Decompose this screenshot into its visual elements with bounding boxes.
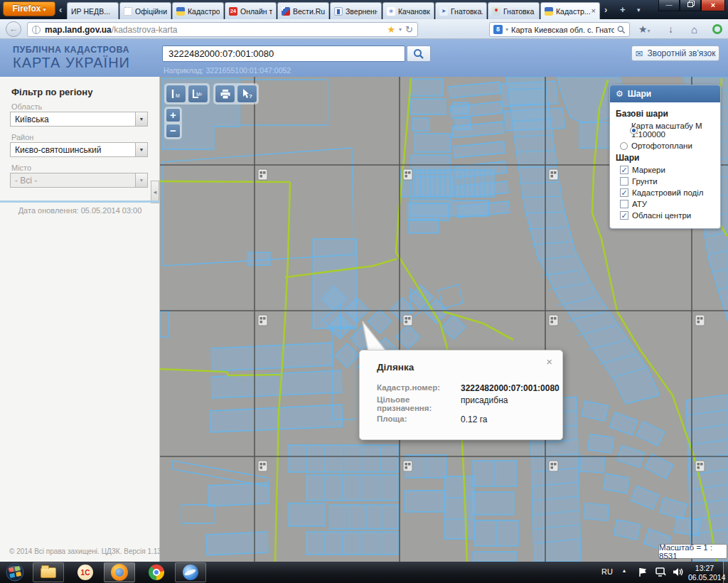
firefox-icon xyxy=(111,564,128,581)
minimize-button[interactable]: — xyxy=(658,0,680,11)
raion-value: Києво-святошинський xyxy=(15,145,101,155)
measure-tool-group: M М² xyxy=(164,83,210,105)
chevron-down-icon[interactable]: ▼ xyxy=(135,112,147,126)
cadastral-number-input[interactable]: 3222482000:07:001:0080 xyxy=(162,46,405,62)
taskbar-google-earth-button[interactable] xyxy=(175,562,206,582)
taskbar-chrome-button[interactable] xyxy=(141,562,172,582)
addon-icon[interactable] xyxy=(712,24,722,34)
measure-length-button[interactable]: M xyxy=(166,85,186,103)
list-all-tabs-icon[interactable]: ▾ xyxy=(637,6,641,14)
browser-tab[interactable]: ИР НЕДВ... xyxy=(67,2,119,19)
map-action-group: ? xyxy=(213,83,259,105)
downloads-icon[interactable]: ↓ xyxy=(668,23,673,35)
restore-button[interactable] xyxy=(680,0,701,11)
browser-tab[interactable]: Гнатовка. К... xyxy=(435,2,487,19)
checkbox-checked-icon[interactable]: ✓ xyxy=(620,211,628,220)
network-icon[interactable] xyxy=(655,567,666,577)
taskbar-1c-button[interactable]: 1С xyxy=(70,562,101,582)
hidden-icons-icon[interactable]: ▴ xyxy=(623,567,626,574)
action-center-flag-icon[interactable] xyxy=(638,567,648,577)
identify-button[interactable]: ? xyxy=(237,85,257,103)
taskbar-clock[interactable]: 13:27 06.05.2014 xyxy=(688,564,721,582)
radio-icon[interactable] xyxy=(620,142,628,150)
bookmarks-menu-button[interactable]: ★▾ xyxy=(638,23,651,35)
svg-text:?: ? xyxy=(249,93,252,100)
browser-tab[interactable]: Гнатовка – ... xyxy=(488,2,540,19)
gear-icon: ⚙ xyxy=(616,89,623,99)
measure-length-icon: M xyxy=(170,88,183,100)
restore-icon xyxy=(687,2,693,7)
feedback-button[interactable]: ✉ Зворотній зв'язок xyxy=(631,46,719,61)
layer-option[interactable]: АТУ xyxy=(620,200,714,208)
tab-scroll-right-icon[interactable]: › xyxy=(604,4,607,15)
language-indicator[interactable]: RU xyxy=(601,567,613,576)
back-button[interactable]: ← xyxy=(6,21,21,37)
svg-text:М²: М² xyxy=(196,92,203,97)
search-icon[interactable] xyxy=(617,26,626,34)
url-path: /kadastrova-karta xyxy=(112,25,178,35)
fav-ua-flag-icon xyxy=(176,7,185,16)
volume-icon[interactable] xyxy=(673,567,683,577)
layers-panel-header[interactable]: ⚙ Шари xyxy=(610,85,720,102)
zoom-out-button[interactable]: − xyxy=(166,124,181,138)
base-layer-option[interactable]: Карта масштабу М 1:100000 xyxy=(620,122,714,139)
checkbox-icon[interactable] xyxy=(620,177,628,186)
browser-tab[interactable]: Звернення ... xyxy=(330,2,382,19)
chevron-down-icon[interactable]: ▼ xyxy=(135,143,147,156)
oblast-select[interactable]: Київська ▼ xyxy=(10,112,148,127)
reload-icon[interactable]: ↻ xyxy=(405,24,413,35)
layer-option[interactable]: Грунти xyxy=(620,177,714,186)
show-desktop-button[interactable] xyxy=(723,562,728,583)
zoom-in-button[interactable]: + xyxy=(166,108,181,122)
taskbar-explorer-button[interactable] xyxy=(33,562,64,582)
print-icon xyxy=(220,89,231,100)
close-icon[interactable]: × xyxy=(546,356,552,367)
browser-tab-active[interactable]: Кадастр...× xyxy=(540,2,600,19)
data-updated-text: Дата оновлення: 05.05.2014 03:00 xyxy=(0,206,160,215)
popup-row-value: присадибна xyxy=(461,395,508,412)
browser-tab[interactable]: Офіційний ... xyxy=(119,2,171,19)
google-earth-icon xyxy=(183,565,198,580)
region-filter-sidebar: Фільтр по регіону Область Київська ▼ Рай… xyxy=(0,77,160,562)
print-button[interactable] xyxy=(215,85,235,103)
checkbox-checked-icon[interactable]: ✓ xyxy=(620,188,628,197)
browser-search-box[interactable]: 8 ▾ Карта Киевская обл. с. Гнатовка xyxy=(489,22,630,37)
taskbar-firefox-button[interactable] xyxy=(104,562,135,582)
misto-select: - Всі - ▼ xyxy=(10,173,148,188)
layers-panel: ⚙ Шари Базові шари Карта масштабу М 1:10… xyxy=(609,85,721,229)
browser-tab[interactable]: Онлайн тра... xyxy=(225,2,277,19)
search-engine-dropdown-icon[interactable]: ▾ xyxy=(505,26,508,33)
browser-tab[interactable]: Вести.Ru: Р... xyxy=(277,2,329,19)
browser-tab[interactable]: Качановка. ... xyxy=(382,2,434,19)
layer-option[interactable]: ✓Обласні центри xyxy=(620,211,714,220)
fav-blue-arrow-icon xyxy=(439,7,448,16)
home-icon[interactable]: ⌂ xyxy=(691,23,697,36)
search-engine-icon[interactable]: 8 xyxy=(493,25,503,34)
browser-tab[interactable]: Кадастрова... xyxy=(172,2,224,19)
popup-row-label: Кадастр.номер: xyxy=(377,383,461,393)
layer-option[interactable]: ✓Кадастровий поділ xyxy=(620,188,714,197)
bookmark-star-icon[interactable]: ★ xyxy=(387,24,395,35)
url-dropdown-icon[interactable]: ▾ xyxy=(399,26,402,33)
new-tab-button[interactable]: + xyxy=(620,4,626,15)
firefox-menu-button[interactable]: Firefox▾ xyxy=(3,1,55,16)
tab-label: ИР НЕДВ... xyxy=(71,7,110,16)
tab-close-icon[interactable]: × xyxy=(592,7,596,15)
start-button[interactable] xyxy=(3,562,27,582)
measure-area-button[interactable]: М² xyxy=(188,85,208,103)
cadastral-search-button[interactable] xyxy=(407,46,431,62)
firefox-menu-label: Firefox xyxy=(12,4,41,14)
base-layer-option[interactable]: Ортофотоплани xyxy=(620,141,714,150)
fav-map-pin-icon xyxy=(492,7,500,16)
measure-area-icon: М² xyxy=(191,88,205,100)
tab-scroll-left-icon[interactable]: ‹ xyxy=(59,4,62,15)
checkbox-icon[interactable] xyxy=(620,200,628,208)
tab-label: Звернення ... xyxy=(346,7,378,16)
popup-title: Ділянка xyxy=(377,362,414,373)
layer-option[interactable]: ✓Маркери xyxy=(620,166,714,174)
radio-selected-icon[interactable] xyxy=(630,127,638,134)
raion-select[interactable]: Києво-святошинський ▼ xyxy=(10,142,148,157)
close-button[interactable]: × xyxy=(701,0,725,11)
url-bar[interactable]: map.land.gov.ua /kadastrova-karta ★ ▾ ↻ xyxy=(27,22,418,37)
checkbox-checked-icon[interactable]: ✓ xyxy=(620,166,628,174)
